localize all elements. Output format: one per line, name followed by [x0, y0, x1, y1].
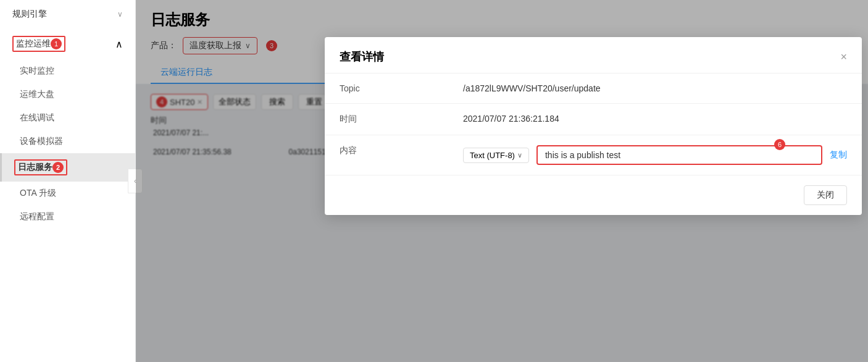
sidebar-item-log-service[interactable]: 日志服务 2: [0, 153, 135, 182]
sidebar: 规则引擎 ∨ 监控运维 1 ∧ 实时监控 运维大盘 在线调试 设备模拟器 日志服…: [0, 0, 136, 362]
modal-body: Topic /a1872lL9WWV/SHT20/user/update 时间 …: [325, 74, 862, 175]
time-field-value: 2021/07/07 21:36:21.184: [463, 114, 847, 124]
content-controls: Text (UTF-8) ∨ 6 this is a publish test …: [463, 145, 847, 165]
sidebar-group-monitor[interactable]: 监控运维 1 ∧: [0, 28, 135, 59]
content-row: 内容 Text (UTF-8) ∨ 6 this is a publish te…: [325, 135, 862, 175]
content-format-value: Text (UTF-8): [470, 151, 515, 160]
detail-modal: 查看详情 × Topic /a1872lL9WWV/SHT20/user/upd…: [325, 37, 862, 215]
sidebar-item-ops-board[interactable]: 运维大盘: [0, 83, 135, 106]
sidebar-item-online-debug[interactable]: 在线调试: [0, 106, 135, 130]
topic-row: Topic /a1872lL9WWV/SHT20/user/update: [325, 74, 862, 104]
sidebar-item-device-sim[interactable]: 设备模拟器: [0, 130, 135, 153]
sidebar-group-rules-label: 规则引擎: [12, 9, 47, 20]
time-row: 时间 2021/07/07 21:36:21.184: [325, 104, 862, 135]
content-label: 内容: [340, 145, 463, 156]
monitor-badge-box: 监控运维 1: [12, 36, 65, 52]
content-format-select[interactable]: Text (UTF-8) ∨: [463, 148, 529, 163]
modal-title: 查看详情: [340, 49, 384, 64]
time-field-label: 时间: [340, 114, 463, 125]
sidebar-group-monitor-label: 监控运维: [16, 38, 51, 49]
sidebar-item-realtime[interactable]: 实时监控: [0, 59, 135, 83]
chevron-down-icon: ∨: [117, 10, 123, 19]
modal-close-button[interactable]: ×: [840, 51, 847, 62]
badge-2: 2: [52, 162, 64, 173]
topic-value: /a1872lL9WWV/SHT20/user/update: [463, 83, 847, 93]
modal-overlay: 查看详情 × Topic /a1872lL9WWV/SHT20/user/upd…: [136, 0, 868, 362]
sidebar-item-remote-config[interactable]: 远程配置: [0, 205, 135, 229]
badge-1: 1: [51, 38, 62, 49]
chevron-down-icon: ∨: [517, 151, 522, 159]
sidebar-group-rules[interactable]: 规则引擎 ∨: [0, 0, 135, 28]
main-area: 日志服务 产品： 温度获取上报 ∨ 3 云端运行日志 4 SHT20 ✕ 全部状…: [136, 0, 868, 362]
chevron-up-icon: ∧: [115, 38, 123, 50]
badge-6: 6: [774, 139, 785, 150]
modal-header: 查看详情 ×: [325, 37, 862, 74]
sidebar-item-ota[interactable]: OTA 升级: [0, 182, 135, 205]
modal-close-btn[interactable]: 关闭: [804, 185, 847, 205]
topic-label: Topic: [340, 83, 463, 93]
copy-button[interactable]: 复制: [830, 149, 847, 161]
modal-footer: 关闭: [325, 175, 862, 215]
